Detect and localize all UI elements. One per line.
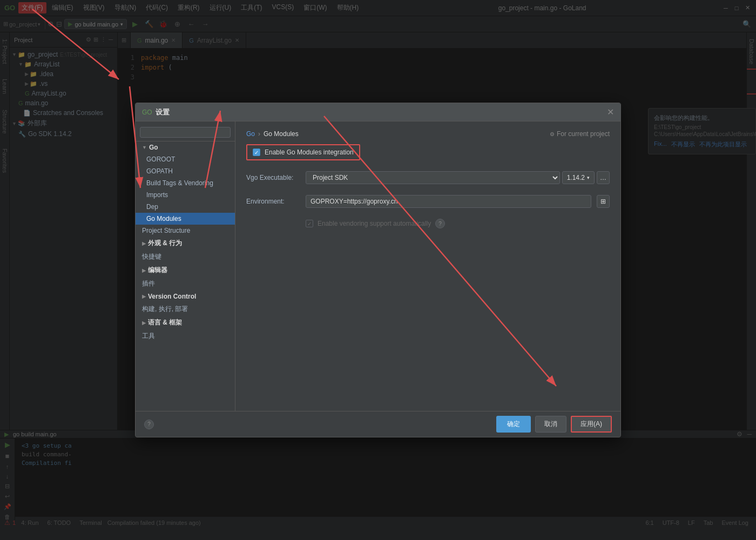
modal-gomodules-label: Go Modules <box>146 215 181 222</box>
modal-tree-language[interactable]: ▶ 语言 & 框架 <box>136 316 235 329</box>
modal-vcs-label: Version Control <box>148 293 196 300</box>
modal-tree-buildtags[interactable]: Build Tags & Vendoring <box>136 177 235 189</box>
modal-tree-plugins[interactable]: 插件 <box>136 277 235 291</box>
modal-plugins-label: 插件 <box>142 279 155 288</box>
vendoring-label: Enable vendoring support automatically <box>318 220 431 227</box>
modal-tree-dep[interactable]: Dep <box>136 201 235 213</box>
language-expand-arrow: ▶ <box>142 320 146 326</box>
vcs-expand-arrow: ▶ <box>142 294 146 299</box>
modal-dep-label: Dep <box>146 203 158 211</box>
modal-body: ▼ Go GOROOT GOPATH Build Tags & Vendorin… <box>136 122 620 411</box>
modal-imports-label: Imports <box>146 191 168 199</box>
vgo-executable-row: Vgo Executable: Project SDK 1.14.2 ▾ … <box>246 171 610 184</box>
env-label: Environment: <box>246 198 300 205</box>
modal-keymap-label: 快捷键 <box>142 252 161 261</box>
modal-editor-label: 编辑器 <box>148 266 167 275</box>
breadcrumb-arrow: › <box>258 130 260 138</box>
env-browse-btn[interactable]: ⊞ <box>597 195 610 208</box>
vendoring-checkbox[interactable]: ✓ <box>306 220 313 227</box>
modal-search-section <box>136 124 235 141</box>
modal-tree-imports[interactable]: Imports <box>136 189 235 201</box>
footer-buttons: 确定 取消 应用(A) <box>496 416 612 433</box>
vgo-label: Vgo Executable: <box>246 174 300 181</box>
modal-language-label: 语言 & 框架 <box>148 318 182 327</box>
go-expand-arrow: ▼ <box>142 145 147 150</box>
modal-tree-editor[interactable]: ▶ 编辑器 <box>136 264 235 277</box>
modal-tree-gomodules[interactable]: Go Modules <box>136 213 235 225</box>
settings-modal: GO 设置 ✕ ▼ Go GOROOT GOPATH <box>135 103 621 437</box>
modal-tree-vcs[interactable]: ▶ Version Control <box>136 291 235 302</box>
for-current-label: For current project <box>557 130 610 138</box>
modal-tree-build[interactable]: 构建, 执行, 部署 <box>136 302 235 316</box>
breadcrumb-go[interactable]: Go <box>246 130 255 138</box>
modal-breadcrumb: Go › Go Modules ⚙ For current project <box>246 130 610 138</box>
modal-gopath-label: GOPATH <box>146 167 173 175</box>
editor-expand-arrow: ▶ <box>142 268 146 273</box>
modal-projectstructure-label: Project Structure <box>142 227 190 234</box>
enable-gomodules-label: Enable Go Modules integration <box>265 148 354 156</box>
modal-tree-tools[interactable]: 工具 <box>136 329 235 343</box>
enable-gomodules-checkbox[interactable]: ✓ <box>253 148 260 156</box>
vendoring-help-icon[interactable]: ? <box>435 219 445 228</box>
modal-sidebar: ▼ Go GOROOT GOPATH Build Tags & Vendorin… <box>136 122 235 411</box>
env-input[interactable] <box>306 195 591 208</box>
for-current-icon: ⚙ <box>550 131 555 137</box>
modal-tree-gopath[interactable]: GOPATH <box>136 165 235 177</box>
vgo-version-arrow[interactable]: ▾ <box>587 175 590 180</box>
modal-main-content: Go › Go Modules ⚙ For current project ✓ … <box>235 122 620 411</box>
modal-tree-projectstructure[interactable]: Project Structure <box>136 225 235 237</box>
modal-go-label: Go <box>149 144 158 151</box>
modal-buildtags-label: Build Tags & Vendoring <box>146 179 213 187</box>
vgo-select[interactable]: Project SDK <box>306 171 560 184</box>
modal-appearance-label: 外观 & 行为 <box>148 239 182 248</box>
modal-goroot-label: GOROOT <box>146 156 175 163</box>
modal-search-input[interactable] <box>140 127 231 138</box>
cancel-button[interactable]: 取消 <box>535 416 566 433</box>
modal-close-button[interactable]: ✕ <box>607 107 614 117</box>
modal-overlay[interactable]: GO 设置 ✕ ▼ Go GOROOT GOPATH <box>0 0 756 528</box>
ok-button[interactable]: 确定 <box>496 416 531 433</box>
modal-tools-label: 工具 <box>142 332 155 341</box>
modal-tree-goroot[interactable]: GOROOT <box>136 153 235 165</box>
modal-tree-keymap[interactable]: 快捷键 <box>136 250 235 264</box>
modal-tree-appearance[interactable]: ▶ 外观 & 行为 <box>136 237 235 250</box>
modal-help-icon[interactable]: ? <box>144 420 154 429</box>
enable-gomodules-row: ✓ Enable Go Modules integration <box>246 144 360 160</box>
modal-title-bar: GO 设置 ✕ <box>136 103 620 122</box>
modal-build-label: 构建, 执行, 部署 <box>142 305 188 314</box>
modal-tree-go[interactable]: ▼ Go <box>136 141 235 153</box>
modal-title: 设置 <box>156 107 170 117</box>
for-current-project[interactable]: ⚙ For current project <box>550 130 610 138</box>
breadcrumb-gomodules: Go Modules <box>264 130 299 138</box>
vendoring-row: ✓ Enable vendoring support automatically… <box>246 219 610 228</box>
vgo-version: 1.14.2 ▾ <box>562 171 595 184</box>
modal-title-icon: GO <box>142 109 152 116</box>
apply-button[interactable]: 应用(A) <box>571 416 612 433</box>
modal-footer: ? 确定 取消 应用(A) <box>136 411 620 437</box>
environment-row: Environment: ⊞ <box>246 195 610 208</box>
vgo-more-btn[interactable]: … <box>597 171 610 184</box>
appearance-expand-arrow: ▶ <box>142 241 146 246</box>
vgo-select-row: Project SDK 1.14.2 ▾ … <box>306 171 610 184</box>
